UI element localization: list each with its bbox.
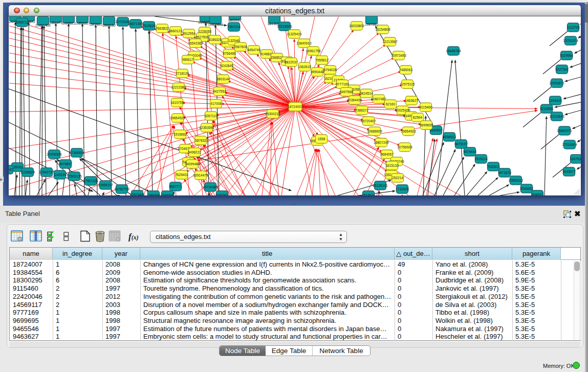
svg-text:9329966: 9329966 — [560, 53, 573, 57]
svg-text:9245652: 9245652 — [520, 186, 533, 190]
svg-text:15716485: 15716485 — [203, 185, 218, 188]
svg-text:13751074: 13751074 — [563, 38, 578, 42]
svg-text:1733426: 1733426 — [396, 187, 409, 190]
svg-text:1167534: 1167534 — [570, 157, 581, 160]
svg-text:3624514: 3624514 — [360, 91, 373, 95]
svg-text:12093872: 12093872 — [549, 81, 564, 84]
svg-text:17016504: 17016504 — [562, 142, 577, 146]
svg-text:12213382: 12213382 — [171, 85, 186, 89]
svg-text:15136141: 15136141 — [373, 183, 388, 187]
svg-text:16671355: 16671355 — [128, 21, 143, 25]
svg-text:1610755: 1610755 — [170, 100, 184, 104]
svg-text:2055712: 2055712 — [15, 20, 29, 24]
svg-text:82594: 82594 — [413, 115, 423, 119]
svg-text:62160: 62160 — [386, 102, 396, 105]
svg-text:7485063: 7485063 — [399, 68, 412, 71]
svg-text:10688609: 10688609 — [367, 129, 382, 133]
svg-text:11325419: 11325419 — [287, 32, 302, 35]
svg-text:587832: 587832 — [195, 138, 206, 142]
svg-text:0699695: 0699695 — [420, 123, 433, 126]
svg-text:2718126: 2718126 — [176, 71, 189, 75]
svg-text:16033809: 16033809 — [349, 24, 364, 27]
svg-text:3267110: 3267110 — [204, 114, 217, 117]
svg-text:9227342: 9227342 — [555, 67, 569, 71]
svg-text:1513614: 1513614 — [362, 193, 375, 195]
svg-text:1615132: 1615132 — [385, 163, 399, 167]
svg-text:10607487: 10607487 — [371, 97, 386, 100]
svg-text:7663822: 7663822 — [156, 26, 169, 30]
svg-text:8454749: 8454749 — [247, 48, 260, 51]
svg-text:1052302: 1052302 — [215, 193, 229, 195]
svg-text:989617: 989617 — [182, 57, 193, 61]
svg-text:16053801: 16053801 — [208, 22, 223, 26]
svg-text:1063521: 1063521 — [62, 21, 75, 25]
svg-text:16961758: 16961758 — [306, 49, 321, 52]
svg-text:11156829: 11156829 — [20, 170, 35, 173]
svg-text:3912954: 3912954 — [182, 31, 195, 35]
svg-text:9115460: 9115460 — [419, 105, 432, 108]
svg-text:8471676: 8471676 — [498, 170, 511, 174]
svg-text:8822037: 8822037 — [285, 60, 298, 63]
svg-text:2967608: 2967608 — [234, 45, 247, 48]
svg-text:16914479: 16914479 — [193, 173, 208, 177]
svg-text:9245077: 9245077 — [562, 169, 576, 173]
svg-text:16154808: 16154808 — [375, 27, 390, 31]
svg-text:1292346: 1292346 — [147, 193, 160, 195]
svg-text:25300215: 25300215 — [265, 112, 280, 115]
svg-text:1145194: 1145194 — [53, 172, 67, 176]
svg-text:2935114: 2935114 — [474, 157, 488, 160]
svg-text:17957225: 17957225 — [83, 179, 98, 182]
svg-text:12213967: 12213967 — [382, 39, 398, 43]
svg-text:9657771: 9657771 — [169, 184, 182, 188]
svg-text:8660123: 8660123 — [169, 29, 182, 32]
svg-text:9777169: 9777169 — [336, 82, 349, 85]
svg-text:7632621: 7632621 — [487, 164, 500, 168]
svg-text:5975857: 5975857 — [59, 162, 72, 165]
svg-text:12823448: 12823448 — [129, 192, 145, 195]
svg-text:8990448: 8990448 — [311, 70, 324, 73]
svg-text:8938913: 8938913 — [443, 135, 456, 138]
svg-text:17359924: 17359924 — [69, 150, 84, 154]
svg-text:6497568: 6497568 — [340, 90, 353, 93]
svg-text:2192348: 2192348 — [161, 193, 174, 195]
svg-text:12505135: 12505135 — [67, 174, 82, 178]
svg-text:835061: 835061 — [12, 165, 23, 168]
svg-text:9427552: 9427552 — [213, 89, 226, 93]
svg-text:16782759: 16782759 — [114, 187, 129, 190]
svg-text:1362615: 1362615 — [298, 64, 311, 68]
svg-text:1527602: 1527602 — [89, 22, 102, 26]
svg-text:2803144: 2803144 — [216, 77, 230, 80]
svg-text:10654112: 10654112 — [509, 178, 524, 182]
svg-text:10958157: 10958157 — [98, 183, 113, 186]
svg-text:12353594: 12353594 — [199, 125, 214, 129]
svg-text:252214: 252214 — [392, 176, 403, 179]
svg-text:18724007: 18724007 — [288, 104, 303, 108]
svg-text:20364436: 20364436 — [347, 98, 362, 101]
svg-text:9527506: 9527506 — [195, 35, 209, 38]
svg-text:8756485: 8756485 — [223, 51, 236, 55]
svg-text:6794028: 6794028 — [323, 68, 337, 71]
svg-text:20691406: 20691406 — [35, 23, 51, 27]
svg-text:7955812: 7955812 — [315, 58, 329, 61]
svg-text:8822037: 8822037 — [228, 18, 242, 21]
svg-text:7515526: 7515526 — [142, 24, 156, 27]
svg-text:132546: 132546 — [228, 38, 239, 42]
svg-text:9474444: 9474444 — [463, 149, 476, 153]
svg-text:417006: 417006 — [210, 101, 222, 105]
svg-text:10853267: 10853267 — [75, 21, 90, 25]
svg-text:1558: 1558 — [318, 137, 325, 140]
svg-text:16648784: 16648784 — [446, 49, 461, 52]
svg-text:7386372: 7386372 — [355, 108, 368, 112]
svg-text:19654923: 19654923 — [401, 129, 416, 133]
svg-text:1463627: 1463627 — [405, 98, 418, 102]
svg-text:8215958: 8215958 — [540, 106, 553, 110]
svg-text:10210643: 10210643 — [549, 114, 564, 118]
svg-text:20206536: 20206536 — [47, 152, 62, 156]
svg-text:9381475: 9381475 — [49, 20, 62, 24]
svg-text:19218506: 19218506 — [277, 24, 292, 28]
svg-text:924507: 924507 — [532, 192, 543, 195]
svg-text:2087682: 2087682 — [365, 22, 378, 26]
svg-text:13640910: 13640910 — [296, 41, 312, 45]
svg-text:9684067: 9684067 — [380, 152, 394, 156]
svg-text:15720407: 15720407 — [361, 119, 376, 122]
